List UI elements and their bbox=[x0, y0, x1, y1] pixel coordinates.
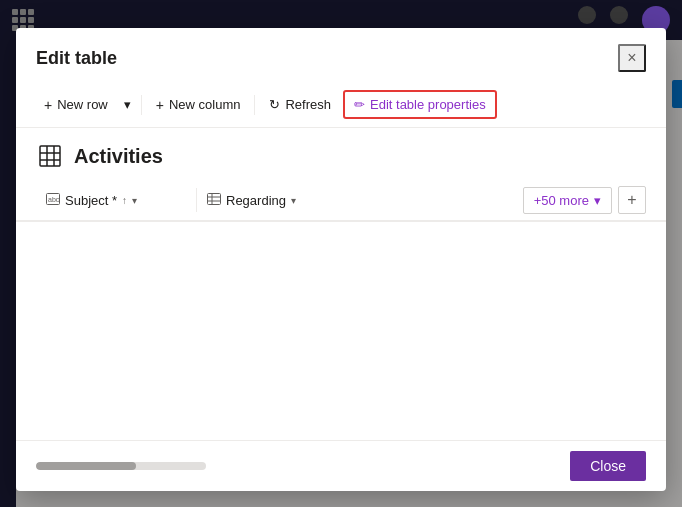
more-cols-chevron-icon: ▾ bbox=[594, 193, 601, 208]
refresh-icon: ↻ bbox=[269, 97, 280, 112]
refresh-button[interactable]: ↻ Refresh bbox=[261, 92, 339, 117]
modal-footer: Close bbox=[16, 440, 666, 491]
more-columns-button[interactable]: +50 more ▾ bbox=[523, 187, 612, 214]
edit-table-props-label: Edit table properties bbox=[370, 97, 486, 112]
plus-icon: + bbox=[44, 97, 52, 113]
chevron-down-icon: ▾ bbox=[124, 97, 131, 112]
edit-table-props-wrapper: ✏ Edit table properties bbox=[343, 90, 497, 119]
regarding-col-label: Regarding bbox=[226, 193, 286, 208]
add-column-button[interactable]: + bbox=[618, 186, 646, 214]
plus-icon-2: + bbox=[156, 97, 164, 113]
new-column-label: New column bbox=[169, 97, 241, 112]
table-header: Activities bbox=[16, 128, 666, 180]
new-row-button[interactable]: + New row bbox=[36, 92, 116, 118]
edit-table-props-button[interactable]: ✏ Edit table properties bbox=[346, 93, 494, 116]
modal-toolbar: + New row ▾ + New column ↻ Refresh ✏ Edi… bbox=[16, 84, 666, 128]
svg-text:abc: abc bbox=[48, 196, 60, 203]
horizontal-scrollbar[interactable] bbox=[36, 462, 206, 470]
more-cols-label: +50 more bbox=[534, 193, 589, 208]
modal-header: Edit table × bbox=[16, 28, 666, 84]
sort-ascending-icon: ↑ bbox=[122, 195, 127, 206]
table-content-area bbox=[16, 222, 666, 402]
modal-body: Activities abc Subject * ↑ ▾ bbox=[16, 128, 666, 440]
regarding-column-header[interactable]: Regarding ▾ bbox=[197, 187, 357, 214]
subject-col-dropdown-icon: ▾ bbox=[132, 195, 137, 206]
new-row-label: New row bbox=[57, 97, 108, 112]
close-button[interactable]: Close bbox=[570, 451, 646, 481]
scrollbar-thumb[interactable] bbox=[36, 462, 136, 470]
new-row-chevron-button[interactable]: ▾ bbox=[120, 92, 135, 117]
column-headers-row: abc Subject * ↑ ▾ Regardin bbox=[16, 180, 666, 222]
subject-col-icon: abc bbox=[46, 193, 60, 208]
svg-rect-0 bbox=[40, 146, 60, 166]
modal-close-button[interactable]: × bbox=[618, 44, 646, 72]
svg-rect-7 bbox=[208, 193, 221, 204]
toolbar-divider-2 bbox=[254, 95, 255, 115]
regarding-col-dropdown-icon: ▾ bbox=[291, 195, 296, 206]
new-column-button[interactable]: + New column bbox=[148, 92, 249, 118]
toolbar-divider-1 bbox=[141, 95, 142, 115]
modal-title: Edit table bbox=[36, 48, 117, 69]
edit-table-modal: Edit table × + New row ▾ + New column ↻ … bbox=[16, 28, 666, 491]
table-name: Activities bbox=[74, 145, 163, 168]
table-grid-icon bbox=[36, 142, 64, 170]
regarding-col-icon bbox=[207, 193, 221, 208]
refresh-label: Refresh bbox=[285, 97, 331, 112]
subject-col-label: Subject * bbox=[65, 193, 117, 208]
subject-column-header[interactable]: abc Subject * ↑ ▾ bbox=[36, 187, 196, 214]
add-col-plus-icon: + bbox=[627, 191, 636, 209]
pencil-icon: ✏ bbox=[354, 97, 365, 112]
